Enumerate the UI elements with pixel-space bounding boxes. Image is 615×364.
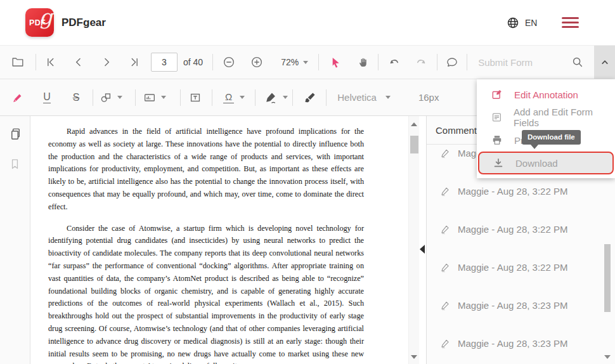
- comment-list-item[interactable]: Maggie - Aug 28, 3:23 PM: [427, 297, 615, 335]
- pdf-paragraph: Consider the case of Atomwise, a startup…: [48, 223, 364, 364]
- folder-icon: [11, 55, 25, 69]
- search-button[interactable]: [569, 53, 586, 71]
- annotation-pen-icon: [440, 300, 451, 311]
- pdf-scrollbar[interactable]: [408, 116, 419, 364]
- font-family-select[interactable]: Helvetica: [337, 92, 391, 103]
- cursor-arrow-icon: [329, 56, 342, 69]
- comment-list-item[interactable]: Maggie - Aug 28, 3:23 PM: [427, 335, 615, 364]
- chevron-up-icon: [599, 56, 611, 68]
- undo-icon: [387, 55, 401, 69]
- image-tool-dropdown[interactable]: [143, 91, 166, 105]
- comments-scrollbar-thumb[interactable]: [604, 244, 611, 312]
- scroll-up-arrow-icon[interactable]: [411, 122, 417, 126]
- scroll-down-arrow-icon[interactable]: [604, 355, 611, 359]
- comment-list-item[interactable]: Maggie - Aug 28, 3:22 PM: [427, 259, 615, 297]
- highlight-tool-button[interactable]: [9, 89, 27, 107]
- search-icon: [571, 55, 585, 69]
- chevron-down-icon: [385, 96, 391, 99]
- menu-item-label: Edit Annotation: [514, 89, 578, 100]
- tooltip-arrow: [531, 145, 538, 149]
- download-file-tooltip: Download file: [522, 130, 581, 145]
- underline-tool-button[interactable]: U: [38, 89, 56, 107]
- menu-item-label: Add and Edit Form Fields: [514, 107, 615, 128]
- shapes-icon: [99, 91, 113, 105]
- last-page-button[interactable]: [126, 53, 143, 71]
- chevron-down-icon: [117, 96, 122, 99]
- strikethrough-icon: S: [73, 93, 80, 103]
- page-count-label: of 40: [183, 57, 203, 67]
- hand-tool-button[interactable]: [354, 53, 372, 71]
- menu-item-download[interactable]: Download: [478, 152, 614, 174]
- comment-text: Maggie - Aug 28, 3:23 PM: [458, 299, 567, 312]
- stamp-tool-dropdown[interactable]: Ω: [223, 92, 245, 103]
- shapes-tool-dropdown[interactable]: [99, 91, 122, 105]
- logo-g-glyph: g: [39, 4, 53, 29]
- chevron-right-icon: [100, 56, 113, 68]
- pdfgear-logo[interactable]: PDF g: [25, 8, 54, 37]
- signature-tool-dropdown[interactable]: [264, 91, 288, 105]
- edit-annotation-icon: [491, 88, 503, 101]
- comment-text: Maggie - Aug 28, 3:22 PM: [458, 223, 567, 236]
- zoom-out-button[interactable]: [220, 53, 238, 71]
- menu-item-form-fields[interactable]: Add and Edit Form Fields: [477, 106, 615, 129]
- comment-text: Maggie - Aug 28, 3:22 PM: [458, 261, 567, 274]
- select-tool-button[interactable]: [327, 53, 344, 71]
- language-label: EN: [525, 18, 537, 28]
- app-title: PDFgear: [62, 16, 106, 29]
- comment-list-item[interactable]: Maggie - Aug 28, 3:22 PM: [427, 221, 615, 259]
- annotation-pen-icon: [440, 224, 451, 235]
- hamburger-menu-icon[interactable]: [562, 17, 579, 28]
- brush-tool-button[interactable]: [301, 89, 319, 107]
- underline-icon: U: [43, 92, 51, 103]
- pdf-page[interactable]: Rapid advances in the field of artificia…: [31, 116, 408, 364]
- chevron-down-icon: [303, 61, 308, 64]
- redo-icon: [415, 55, 429, 69]
- text-box-tool-button[interactable]: [186, 89, 204, 107]
- menu-item-edit-annotation[interactable]: Edit Annotation: [477, 83, 615, 106]
- page-number-input[interactable]: [151, 53, 178, 72]
- language-selector[interactable]: EN: [506, 16, 537, 30]
- brush-icon: [303, 91, 317, 105]
- strikethrough-tool-button[interactable]: S: [67, 89, 85, 107]
- chevron-down-icon: [161, 96, 166, 99]
- pdf-paragraph: Rapid advances in the field of artificia…: [48, 126, 364, 214]
- pdf-text-content: Rapid advances in the field of artificia…: [31, 116, 408, 364]
- redo-button[interactable]: [413, 53, 430, 71]
- first-page-button[interactable]: [42, 53, 60, 71]
- annotation-pen-icon: [440, 262, 451, 273]
- signature-pen-icon: [264, 91, 278, 105]
- zoom-level-value: 72%: [281, 57, 299, 67]
- page-thumbnails-button[interactable]: [8, 127, 23, 144]
- stamp-icon: Ω: [223, 92, 234, 103]
- previous-page-button[interactable]: [70, 53, 87, 71]
- collapse-toolbar-button[interactable]: [594, 46, 615, 79]
- scroll-down-arrow-icon[interactable]: [411, 355, 417, 359]
- form-fields-icon: [491, 111, 503, 124]
- zoom-in-button[interactable]: [248, 53, 266, 71]
- bookmarks-button[interactable]: [8, 157, 22, 173]
- text-box-icon: [188, 91, 202, 105]
- app-header: PDF g PDFgear EN: [0, 0, 615, 46]
- comment-list-item[interactable]: Maggie - Aug 28, 3:22 PM: [427, 183, 615, 221]
- annotation-pen-icon: [440, 338, 451, 349]
- undo-button[interactable]: [385, 53, 403, 71]
- print-icon: [491, 134, 503, 146]
- download-icon: [492, 157, 505, 169]
- next-page-button[interactable]: [98, 53, 115, 71]
- left-sidebar: [0, 116, 30, 364]
- comment-text: Maggie - Aug 28, 3:22 PM: [458, 185, 567, 198]
- annotation-pen-icon: [440, 148, 451, 159]
- font-size-value: 16px: [418, 92, 439, 103]
- pdf-scrollbar-thumb[interactable]: [410, 136, 418, 153]
- open-file-button[interactable]: [9, 53, 27, 71]
- bookmark-icon: [8, 157, 22, 171]
- highlighter-icon: [11, 91, 25, 105]
- chevron-down-icon: [283, 96, 288, 99]
- zoom-level-select[interactable]: 72%: [281, 57, 308, 67]
- comment-tool-button[interactable]: [443, 53, 461, 71]
- last-page-icon: [128, 56, 141, 68]
- font-family-value: Helvetica: [337, 92, 377, 103]
- zoom-in-icon: [250, 55, 264, 69]
- comments-panel-collapse-handle[interactable]: [420, 245, 425, 254]
- submit-form-button[interactable]: Submit Form: [478, 57, 533, 68]
